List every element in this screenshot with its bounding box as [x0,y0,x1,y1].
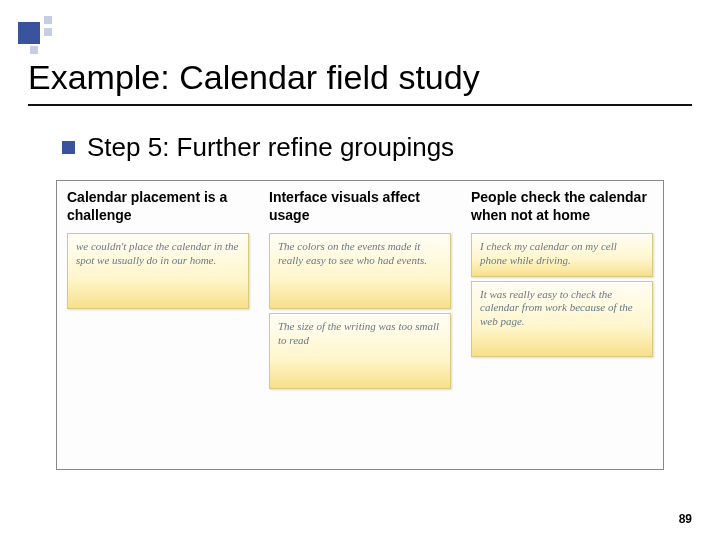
group-heading: People check the calendar when not at ho… [471,189,653,227]
groupings-board: Calendar placement is a challenge we cou… [56,180,664,470]
slide-title: Example: Calendar field study [28,58,480,97]
group-column: Calendar placement is a challenge we cou… [67,189,249,459]
step-row: Step 5: Further refine groupings [62,132,454,163]
sticky-note: The size of the writing was too small to… [269,313,451,389]
step-text: Step 5: Further refine groupings [87,132,454,163]
corner-decoration [18,10,66,58]
page-number: 89 [679,512,692,526]
notes-stack: we couldn't place the calendar in the sp… [67,233,249,309]
sticky-note: The colors on the events made it really … [269,233,451,309]
sticky-note: I check my calendar on my cell phone whi… [471,233,653,277]
title-underline [28,104,692,106]
notes-stack: The colors on the events made it really … [269,233,451,389]
group-heading: Interface visuals affect usage [269,189,451,227]
bullet-icon [62,141,75,154]
sticky-note: we couldn't place the calendar in the sp… [67,233,249,309]
notes-stack: I check my calendar on my cell phone whi… [471,233,653,357]
group-column: Interface visuals affect usage The color… [269,189,451,459]
group-heading: Calendar placement is a challenge [67,189,249,227]
sticky-note: It was really easy to check the calendar… [471,281,653,357]
group-column: People check the calendar when not at ho… [471,189,653,459]
